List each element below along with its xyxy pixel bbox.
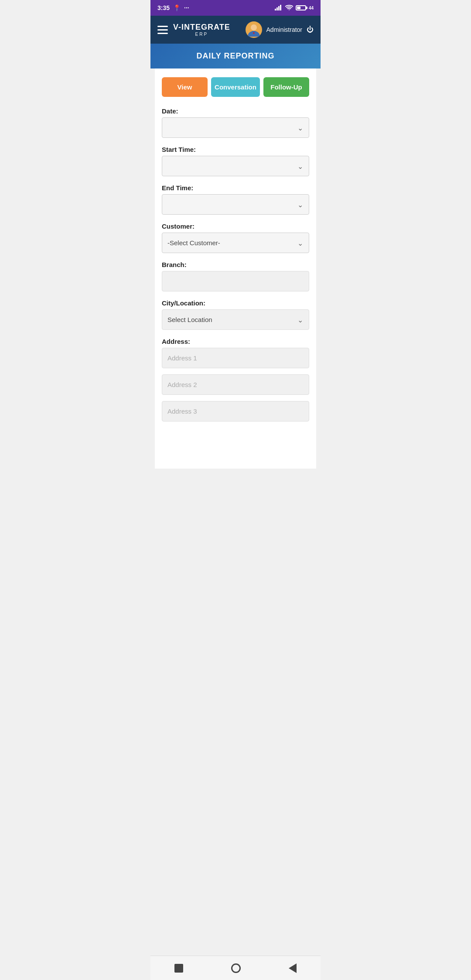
- svg-point-4: [289, 9, 290, 10]
- start-time-group: Start Time: ⌄: [162, 146, 309, 176]
- battery-icon: [296, 5, 306, 10]
- date-select-wrapper: ⌄: [162, 117, 309, 138]
- start-time-select[interactable]: [162, 156, 309, 176]
- logo-text: V-INTEGRATE ERP: [173, 23, 230, 37]
- tab-buttons: View Conversation Follow-Up: [162, 77, 309, 97]
- svg-rect-0: [275, 9, 276, 10]
- logo-sub: ERP: [173, 32, 230, 37]
- svg-rect-2: [278, 6, 280, 10]
- hamburger-menu[interactable]: [157, 26, 168, 34]
- svg-rect-1: [276, 7, 278, 10]
- address3-input[interactable]: [162, 401, 309, 421]
- date-group: Date: ⌄: [162, 107, 309, 138]
- location-icon: 📍: [173, 4, 181, 11]
- city-location-select-wrapper: Select Location ⌄: [162, 309, 309, 330]
- nav-header: V-INTEGRATE ERP Administrator ⏻: [150, 16, 321, 44]
- end-time-select-wrapper: ⌄: [162, 194, 309, 215]
- wifi-icon: [285, 4, 293, 12]
- start-time-label: Start Time:: [162, 146, 309, 153]
- status-bar-right: 44: [275, 4, 314, 12]
- avatar: [246, 21, 262, 38]
- power-icon[interactable]: ⏻: [307, 26, 314, 34]
- city-location-select[interactable]: Select Location: [162, 309, 309, 330]
- status-bar: 3:35 📍 ··· 44: [150, 0, 321, 16]
- branch-input[interactable]: [162, 271, 309, 291]
- address2-input[interactable]: [162, 374, 309, 395]
- main-content: View Conversation Follow-Up Date: ⌄ Star…: [155, 69, 316, 469]
- address-label: Address:: [162, 338, 309, 345]
- customer-select[interactable]: -Select Customer-: [162, 233, 309, 253]
- end-time-label: End Time:: [162, 184, 309, 192]
- admin-name: Administrator: [266, 26, 302, 33]
- address-group: Address:: [162, 338, 309, 421]
- nav-right: Administrator ⏻: [246, 21, 314, 38]
- tab-view[interactable]: View: [162, 77, 208, 97]
- svg-point-6: [251, 24, 257, 31]
- status-bar-left: 3:35 📍 ···: [157, 4, 189, 11]
- start-time-select-wrapper: ⌄: [162, 156, 309, 176]
- logo: V-INTEGRATE ERP: [173, 23, 230, 37]
- nav-left: V-INTEGRATE ERP: [157, 23, 230, 37]
- customer-label: Customer:: [162, 223, 309, 230]
- svg-rect-3: [280, 5, 281, 10]
- page-title: DAILY REPORTING: [150, 44, 321, 69]
- city-location-label: City/Location:: [162, 299, 309, 307]
- date-select[interactable]: [162, 117, 309, 138]
- city-location-group: City/Location: Select Location ⌄: [162, 299, 309, 330]
- signal-icon: [275, 4, 283, 12]
- end-time-group: End Time: ⌄: [162, 184, 309, 215]
- address1-input[interactable]: [162, 348, 309, 368]
- end-time-select[interactable]: [162, 194, 309, 215]
- time-display: 3:35: [157, 4, 170, 11]
- tab-conversation[interactable]: Conversation: [211, 77, 260, 97]
- date-label: Date:: [162, 107, 309, 115]
- customer-group: Customer: -Select Customer- ⌄: [162, 223, 309, 253]
- branch-label: Branch:: [162, 261, 309, 268]
- branch-group: Branch:: [162, 261, 309, 291]
- customer-select-wrapper: -Select Customer- ⌄: [162, 233, 309, 253]
- tab-followup[interactable]: Follow-Up: [263, 77, 309, 97]
- battery-label: 44: [309, 6, 314, 10]
- more-options-icon: ···: [184, 4, 189, 11]
